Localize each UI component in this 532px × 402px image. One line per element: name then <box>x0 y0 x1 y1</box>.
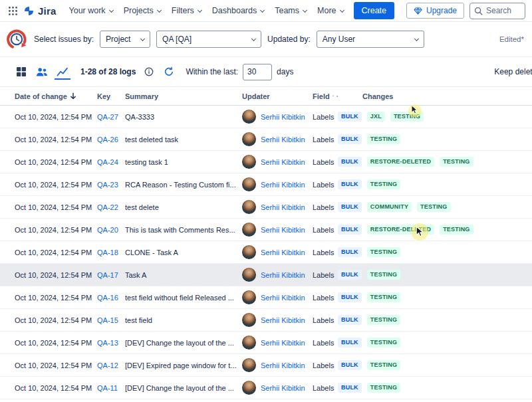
search-box[interactable] <box>469 3 525 19</box>
chevron-down-icon <box>140 36 145 41</box>
issue-key-link[interactable]: QA-16 <box>97 294 118 302</box>
row-date: Oct 10, 2024, 12:54 PM <box>15 249 97 256</box>
create-button[interactable]: Create <box>354 2 395 19</box>
issue-key-link[interactable]: QA-12 <box>97 361 118 369</box>
updater-link[interactable]: Serhii Kibitkin <box>261 158 305 166</box>
nav-item-label: Filters <box>172 6 194 15</box>
issue-scope-select[interactable]: Project <box>100 31 150 48</box>
updater-link[interactable]: Serhii Kibitkin <box>261 294 305 302</box>
updater-link[interactable]: Serhii Kibitkin <box>261 339 305 347</box>
row-summary: testing task 1 <box>125 158 242 166</box>
nav-item-teams[interactable]: Teams <box>270 3 311 18</box>
updater-link[interactable]: Serhii Kibitkin <box>261 271 305 279</box>
row-date: Oct 10, 2024, 12:54 PM <box>15 136 97 144</box>
updater-link[interactable]: Serhii Kibitkin <box>261 181 305 189</box>
change-badge: TESTING <box>367 179 400 189</box>
row-summary: Task A <box>125 271 242 279</box>
table-row[interactable]: Oct 10, 2024, 12:54 PM QA-18 CLONE - Tas… <box>0 241 532 264</box>
change-badge: BULK <box>338 270 362 280</box>
avatar <box>242 313 256 327</box>
table-row[interactable]: Oct 10, 2024, 12:54 PM QA-23 RCA Reason … <box>0 173 532 196</box>
issue-key-link[interactable]: QA-23 <box>97 181 118 189</box>
issue-key-link[interactable]: QA-27 <box>97 113 118 121</box>
nav-item-label: Your work <box>69 6 106 15</box>
change-badge: BULK <box>338 112 362 122</box>
upgrade-button[interactable]: Upgrade <box>406 3 464 19</box>
table-row[interactable]: Oct 10, 2024, 12:54 PM QA-15 test field … <box>0 309 532 332</box>
updater-link[interactable]: Serhii Kibitkin <box>261 226 305 234</box>
search-icon <box>474 7 483 15</box>
row-changes: BULKTESTING <box>338 134 532 144</box>
change-badge: TESTING <box>440 225 473 235</box>
table-row[interactable]: Oct 10, 2024, 12:54 PM QA-17 Task A Serh… <box>0 264 532 286</box>
issue-key-link[interactable]: QA-11 <box>97 384 118 392</box>
table-row[interactable]: Oct 10, 2024, 12:54 PM QA-22 test delete… <box>0 196 532 219</box>
change-badge: TESTING <box>367 338 400 348</box>
change-badge: TESTING <box>417 202 450 212</box>
chevron-down-icon <box>260 7 265 12</box>
nav-item-your-work[interactable]: Your work <box>65 3 118 18</box>
info-icon[interactable] <box>142 64 156 79</box>
change-badge: BULK <box>338 360 362 370</box>
issue-history-logo <box>5 28 28 50</box>
select-value: Any User <box>323 35 355 44</box>
issue-key-link[interactable]: QA-15 <box>97 316 118 324</box>
issue-key-link[interactable]: QA-24 <box>97 158 118 166</box>
nav-item-dashboards[interactable]: Dashboards <box>207 3 269 18</box>
table-row[interactable]: Oct 10, 2024, 12:54 PM QA-20 This is tas… <box>0 219 532 241</box>
user-select[interactable]: Any User <box>317 31 424 48</box>
chevron-down-icon <box>414 36 419 41</box>
refresh-icon[interactable] <box>161 64 177 80</box>
chart-view-icon[interactable] <box>55 64 70 80</box>
jira-logo[interactable]: Jira <box>23 5 57 17</box>
select-value: Project <box>106 35 130 44</box>
issue-key-link[interactable]: QA-17 <box>97 271 118 279</box>
table-row[interactable]: Oct 10, 2024, 12:54 PM QA-24 testing tas… <box>0 151 532 173</box>
issue-key-link[interactable]: QA-26 <box>97 136 118 144</box>
row-summary: test deleted task <box>125 136 242 144</box>
nav-item-projects[interactable]: Projects <box>119 3 166 18</box>
updater-link[interactable]: Serhii Kibitkin <box>261 316 305 324</box>
change-badge: BULK <box>338 202 362 212</box>
row-date: Oct 10, 2024, 12:54 PM <box>15 361 97 369</box>
updater-link[interactable]: Serhii Kibitkin <box>261 361 305 369</box>
row-summary: test field <box>125 316 242 324</box>
change-badge: TESTING <box>390 112 424 122</box>
nav-item-more[interactable]: More <box>313 3 348 18</box>
row-date: Oct 10, 2024, 12:54 PM <box>15 316 97 324</box>
updater-link[interactable]: Serhii Kibitkin <box>261 203 305 211</box>
row-changes: BULKTESTING <box>338 315 532 325</box>
select-value: QA [QA] <box>162 35 192 44</box>
col-changes: Changes <box>362 92 532 100</box>
table-row[interactable]: Oct 10, 2024, 12:54 PM QA-16 test field … <box>0 286 532 309</box>
table-row[interactable]: Oct 10, 2024, 12:54 PM QA-12 [DEV] Expir… <box>0 354 532 377</box>
chevron-down-icon <box>198 7 202 12</box>
issue-key-link[interactable]: QA-18 <box>97 249 118 256</box>
jira-navbar: Jira Your work Projects Filters Dashboar… <box>0 0 532 22</box>
avatar <box>242 268 256 282</box>
row-changes: BULKJXLTESTING <box>338 112 532 122</box>
issue-key-link[interactable]: QA-13 <box>97 339 118 347</box>
nav-item-filters[interactable]: Filters <box>167 3 206 18</box>
filter-icon[interactable] <box>332 92 334 100</box>
col-date-of-change[interactable]: Date of change <box>15 92 97 100</box>
issue-key-link[interactable]: QA-22 <box>97 203 118 211</box>
table-row[interactable]: Oct 10, 2024, 12:54 PM QA-26 test delete… <box>0 128 532 151</box>
updater-link[interactable]: Serhii Kibitkin <box>261 384 305 392</box>
app-switcher-icon[interactable] <box>5 3 21 19</box>
project-select[interactable]: QA [QA] <box>156 31 261 48</box>
table-row[interactable]: Oct 10, 2024, 12:54 PM QA-13 [DEV] Chang… <box>0 332 532 354</box>
days-input[interactable] <box>243 64 272 80</box>
change-badge: BULK <box>338 247 362 257</box>
grid-view-icon[interactable] <box>13 64 29 80</box>
col-label: Date of change <box>15 92 67 100</box>
field-settings-icon[interactable] <box>336 92 338 100</box>
users-view-icon[interactable] <box>34 64 50 80</box>
issue-key-link[interactable]: QA-20 <box>97 226 118 234</box>
table-row[interactable]: Oct 10, 2024, 12:54 PM QA-11 [DEV] Chang… <box>0 377 532 399</box>
keep-deleted-label[interactable]: Keep deleted <box>494 67 532 76</box>
table-row[interactable]: Oct 10, 2024, 12:54 PM QA-27 QA-3333 Ser… <box>0 106 532 128</box>
updater-link[interactable]: Serhii Kibitkin <box>261 113 305 121</box>
updater-link[interactable]: Serhii Kibitkin <box>261 136 305 144</box>
updater-link[interactable]: Serhii Kibitkin <box>261 249 305 256</box>
